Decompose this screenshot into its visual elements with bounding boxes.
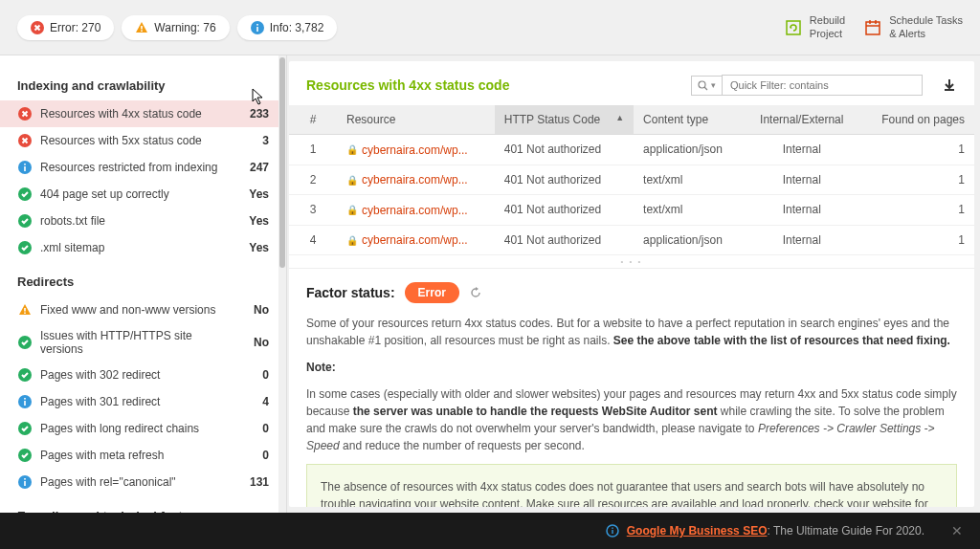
warning-count: Warning: 76 [154, 21, 215, 34]
factor-panel: Factor status: Error Some of your resour… [289, 268, 974, 507]
sidebar-item[interactable]: .xml sitemapYes [0, 234, 286, 261]
footer-link[interactable]: Google My Business SEO [627, 524, 768, 538]
table-row[interactable]: 3🔒cybernaira.com/wp...401 Not authorized… [289, 195, 974, 226]
ok-icon [17, 240, 33, 255]
table-row[interactable]: 4🔒cybernaira.com/wp...401 Not authorized… [289, 225, 974, 255]
resource-link[interactable]: 🔒cybernaira.com/wp... [346, 143, 468, 157]
sidebar-item-value: 0 [236, 449, 269, 462]
ok-icon [17, 448, 33, 463]
warn-icon [17, 302, 33, 318]
info-icon [17, 160, 33, 175]
error-icon [17, 133, 33, 148]
info-icon [251, 21, 264, 34]
sidebar-item[interactable]: Pages with rel="canonical"131 [0, 469, 286, 495]
sidebar-item-value: Yes [236, 241, 269, 254]
info-icon [17, 474, 33, 490]
ok-icon [17, 213, 33, 229]
svg-rect-30 [24, 478, 26, 480]
error-icon [31, 21, 44, 34]
sidebar-item-value: 0 [236, 368, 269, 382]
sidebar-item-value: 4 [236, 395, 269, 408]
sidebar-item-label: Resources with 4xx status code [40, 107, 236, 121]
ok-icon [17, 187, 33, 202]
sidebar-item[interactable]: Resources restricted from indexing247 [0, 154, 286, 181]
sidebar-item[interactable]: Pages with 302 redirect0 [0, 362, 286, 388]
table-row[interactable]: 2🔒cybernaira.com/wp...401 Not authorized… [289, 165, 974, 195]
svg-rect-19 [24, 308, 26, 312]
refresh-icon[interactable] [469, 286, 482, 299]
error-count: Error: 270 [50, 21, 100, 34]
resource-link[interactable]: 🔒cybernaira.com/wp... [346, 173, 468, 187]
resource-link[interactable]: 🔒cybernaira.com/wp... [346, 233, 468, 247]
col-intext[interactable]: Internal/External [744, 105, 859, 135]
sidebar-item-value: 131 [236, 475, 269, 489]
lock-icon: 🔒 [346, 175, 358, 186]
sidebar-item[interactable]: 404 page set up correctlyYes [0, 181, 286, 208]
svg-rect-1 [142, 26, 144, 30]
info-pill[interactable]: Info: 3,782 [237, 15, 338, 40]
ok-icon [17, 421, 33, 436]
sidebar: Indexing and crawlabilityResources with … [0, 55, 287, 513]
lock-icon: 🔒 [346, 235, 358, 246]
svg-rect-2 [142, 30, 144, 32]
factor-note-label: Note: [306, 359, 957, 376]
svg-rect-29 [24, 481, 26, 486]
sidebar-item-value: 247 [236, 161, 269, 174]
sidebar-item-label: 404 page set up correctly [40, 187, 236, 201]
col-type[interactable]: Content type [634, 105, 744, 135]
svg-rect-5 [256, 24, 258, 26]
footer-info-icon [606, 524, 619, 538]
sidebar-item[interactable]: Pages with 301 redirect4 [0, 388, 286, 415]
svg-line-33 [704, 87, 707, 90]
error-icon [17, 106, 33, 121]
sidebar-item-label: Resources with 5xx status code [40, 134, 236, 147]
footer-close-icon[interactable]: ✕ [951, 523, 963, 538]
sidebar-item[interactable]: Issues with HTTP/HTTPS site versionsNo [0, 323, 286, 362]
sidebar-item-label: Fixed www and non-www versions [40, 303, 236, 317]
sidebar-item-label: Pages with 301 redirect [40, 395, 236, 408]
ok-icon [17, 335, 33, 350]
sidebar-item-value: 0 [236, 422, 269, 435]
warning-pill[interactable]: Warning: 76 [122, 15, 229, 40]
error-pill[interactable]: Error: 270 [17, 15, 114, 40]
svg-rect-37 [612, 528, 612, 529]
rebuild-button[interactable]: Rebuild Project [785, 14, 845, 39]
sidebar-item-label: Pages with long redirect chains [40, 422, 236, 435]
col-num[interactable]: # [289, 105, 337, 135]
sidebar-item-label: robots.txt file [40, 214, 236, 228]
search-mode-button[interactable]: ▾ [691, 76, 722, 96]
sidebar-item[interactable]: Fixed www and non-www versionsNo [0, 296, 286, 323]
page-title: Resources with 4xx status code [306, 77, 681, 93]
sidebar-item-value: Yes [236, 187, 269, 201]
col-resource[interactable]: Resource [337, 105, 495, 135]
sidebar-item[interactable]: Resources with 4xx status code233 [0, 100, 286, 127]
calendar-icon [864, 19, 881, 36]
sidebar-item[interactable]: Pages with long redirect chains0 [0, 415, 286, 442]
note-box: The absence of resources with 4xx status… [306, 464, 957, 507]
sidebar-item[interactable]: Resources with 5xx status code3 [0, 127, 286, 154]
download-button[interactable] [942, 77, 957, 93]
sidebar-item-value: No [236, 336, 269, 349]
sidebar-scrollbar[interactable] [278, 55, 286, 513]
col-status[interactable]: HTTP Status Code▲ [495, 105, 634, 135]
warning-icon [135, 21, 148, 34]
table-row[interactable]: 1🔒cybernaira.com/wp...401 Not authorized… [289, 135, 974, 165]
sidebar-item-value: No [236, 303, 269, 317]
resource-link[interactable]: 🔒cybernaira.com/wp... [346, 204, 468, 217]
quick-filter-input[interactable] [722, 75, 923, 96]
schedule-button[interactable]: Schedule Tasks & Alerts [864, 14, 963, 39]
sidebar-item[interactable]: Pages with meta refresh0 [0, 442, 286, 469]
factor-text-1: Some of your resources return 4xx status… [306, 315, 957, 349]
footer-bar: Google My Business SEO: The Ultimate Gui… [0, 513, 980, 549]
sidebar-item[interactable]: robots.txt fileYes [0, 208, 286, 234]
download-icon [942, 77, 957, 93]
factor-text-2: In some cases (especially with older and… [306, 385, 957, 454]
col-found[interactable]: Found on pages [859, 105, 974, 135]
svg-rect-7 [866, 22, 880, 34]
panel-resize-handle[interactable]: • • • [289, 255, 974, 268]
svg-rect-6 [787, 21, 800, 34]
svg-rect-24 [24, 401, 26, 406]
sidebar-item-value: 3 [236, 134, 269, 147]
footer-text: Google My Business SEO: The Ultimate Gui… [627, 524, 924, 538]
resources-table: #ResourceHTTP Status Code▲Content typeIn… [289, 105, 974, 255]
